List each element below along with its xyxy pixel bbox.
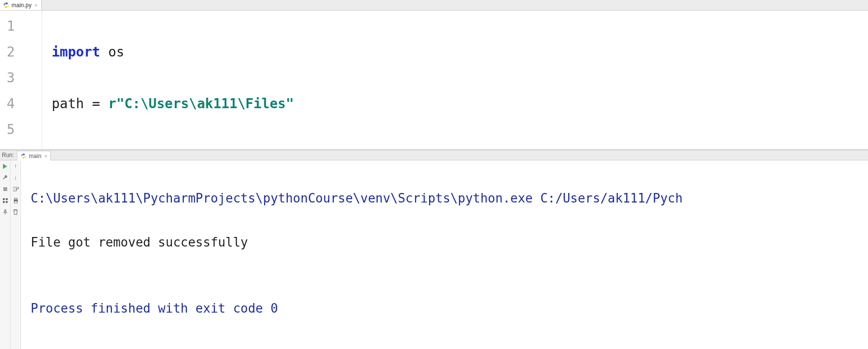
string-prefix: r bbox=[108, 96, 116, 112]
rerun-icon[interactable] bbox=[1, 162, 9, 170]
svg-rect-2 bbox=[6, 198, 8, 200]
close-icon[interactable]: × bbox=[34, 2, 37, 8]
run-config-tab[interactable]: main × bbox=[17, 151, 50, 160]
run-panel-title: Run: bbox=[0, 152, 17, 158]
close-icon[interactable]: × bbox=[44, 153, 47, 159]
run-config-name: main bbox=[29, 153, 41, 159]
console-line: File got removed successfully bbox=[31, 231, 868, 253]
line-number: 1 bbox=[0, 13, 42, 39]
run-panel-body: ↑ ↓ C:\Users\ak111\PycharmProjects\pytho… bbox=[0, 160, 868, 349]
editor-tab-main[interactable]: main.py × bbox=[0, 0, 42, 10]
soft-wrap-icon[interactable] bbox=[12, 185, 20, 193]
string-literal: "C:\Users\ak111\Files" bbox=[116, 96, 294, 112]
arrow-up-icon[interactable]: ↑ bbox=[12, 162, 20, 170]
svg-rect-0 bbox=[3, 187, 7, 191]
editor-tab-bar: main.py × bbox=[0, 0, 868, 11]
print-icon[interactable] bbox=[12, 197, 20, 204]
python-file-icon bbox=[3, 2, 10, 9]
code-text: os bbox=[100, 44, 124, 60]
code-line bbox=[52, 143, 407, 149]
console-exit-line: Process finished with exit code 0 bbox=[31, 297, 868, 319]
line-number: 5 bbox=[0, 117, 42, 143]
svg-rect-1 bbox=[3, 198, 5, 200]
pin-icon[interactable] bbox=[1, 208, 9, 216]
console-output[interactable]: C:\Users\ak111\PycharmProjects\pythonCou… bbox=[21, 160, 868, 349]
code-text: path = bbox=[52, 96, 108, 112]
svg-rect-6 bbox=[14, 198, 17, 200]
code-content[interactable]: import os path = r"C:\Users\ak111\Files"… bbox=[42, 11, 407, 149]
wrench-icon[interactable] bbox=[1, 174, 9, 181]
svg-rect-4 bbox=[6, 201, 8, 203]
console-command-line: C:\Users\ak111\PycharmProjects\pythonCou… bbox=[31, 187, 868, 209]
code-editor[interactable]: 1 2 3 4 5 import os path = r"C:\Users\ak… bbox=[0, 11, 868, 149]
svg-rect-3 bbox=[3, 201, 5, 203]
trash-icon[interactable] bbox=[12, 208, 20, 216]
svg-rect-7 bbox=[14, 201, 17, 203]
layout-icon[interactable] bbox=[1, 197, 9, 204]
keyword: import bbox=[52, 44, 100, 60]
run-toolbar-right: ↑ ↓ bbox=[11, 160, 21, 349]
python-file-icon bbox=[20, 153, 27, 159]
code-line: path = r"C:\Users\ak111\Files" bbox=[52, 91, 407, 117]
line-number: 3 bbox=[0, 65, 42, 91]
code-line: import os bbox=[52, 39, 407, 65]
editor-tab-label: main.py bbox=[11, 2, 32, 9]
run-toolbar-left bbox=[0, 160, 11, 349]
line-number: 4 bbox=[0, 91, 42, 117]
line-number-gutter: 1 2 3 4 5 bbox=[0, 11, 42, 149]
run-panel-header: Run: main × bbox=[0, 150, 868, 160]
line-number: 2 bbox=[0, 39, 42, 65]
arrow-down-icon[interactable]: ↓ bbox=[12, 174, 20, 181]
stop-icon[interactable] bbox=[1, 185, 9, 193]
